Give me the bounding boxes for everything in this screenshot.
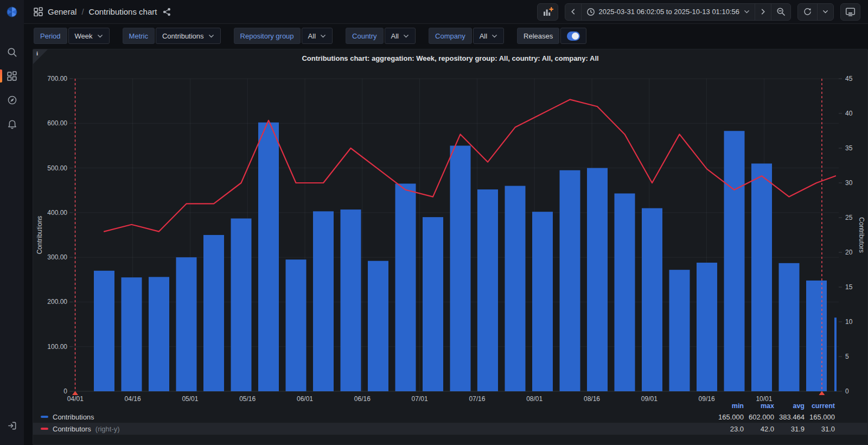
filter-value-dropdown[interactable]: Contributions (156, 28, 221, 44)
legend-stat-value: 31.9 (774, 425, 805, 433)
axis-tick-label: 20 (845, 249, 853, 256)
axis-tick-label: 400.00 (47, 209, 67, 217)
filter-country: CountryAll (346, 28, 416, 44)
search-icon (7, 47, 17, 58)
legend-row-contributions: Contributions165.000602.000383.464165.00… (33, 411, 867, 423)
axis-tick-label: 15 (845, 283, 853, 291)
filter-label[interactable]: Company (429, 28, 472, 44)
breadcrumb: General / Contributions chart (34, 7, 171, 16)
bar-contributions[interactable] (779, 263, 800, 391)
kiosk-tv-button[interactable] (840, 3, 860, 21)
bar-contributions[interactable] (615, 193, 635, 391)
filter-label[interactable]: Period (34, 28, 67, 44)
add-panel-button[interactable] (537, 3, 558, 21)
releases-toggle[interactable] (560, 28, 586, 44)
bar-contributions[interactable] (203, 235, 224, 391)
legend-stat-value: 383.464 (774, 413, 805, 421)
bar-contributions[interactable] (806, 281, 827, 391)
annotation-marker-icon[interactable] (819, 391, 825, 396)
releases-control: Releases (517, 28, 586, 44)
chevron-down-icon (492, 33, 497, 41)
legend-stat-header[interactable]: min (713, 402, 744, 410)
bar-contributions[interactable] (122, 277, 142, 391)
axis-tick-label: 600.00 (47, 119, 67, 127)
sidebar-item-search[interactable] (0, 40, 24, 64)
bar-contributions[interactable] (94, 271, 114, 391)
dashboard-variables-bar: PeriodWeekMetricContributionsRepository … (34, 28, 586, 44)
chevron-down-icon (97, 33, 103, 41)
legend-stat-value: 31.0 (805, 425, 835, 433)
bar-contributions[interactable] (724, 131, 745, 391)
series-name: Contributions (53, 413, 94, 421)
bar-contributions[interactable] (368, 261, 388, 391)
bar-contributions[interactable] (341, 209, 361, 391)
filter-label[interactable]: Metric (123, 28, 155, 44)
right-axis-title: Contributors (858, 217, 865, 252)
bar-contributions[interactable] (587, 168, 608, 391)
bar-contributions[interactable] (532, 212, 553, 391)
bar-contributions[interactable] (231, 219, 252, 391)
toggle-on-icon (567, 31, 580, 41)
bar-contributions[interactable] (395, 183, 416, 391)
filter-company: CompanyAll (429, 28, 504, 44)
grafana-logo-icon (6, 6, 18, 18)
bar-contributions[interactable] (149, 277, 169, 391)
legend-series-toggle[interactable]: Contributors(right-y) (33, 425, 713, 433)
filter-value-dropdown[interactable]: All (302, 28, 333, 44)
bar-contributions[interactable] (751, 163, 772, 391)
bar-contributions[interactable] (286, 259, 307, 391)
time-shift-forward-button[interactable] (755, 4, 771, 20)
dashboards-icon (7, 71, 17, 81)
refresh-interval-dropdown[interactable] (818, 4, 833, 20)
refresh-group (797, 3, 834, 21)
zoom-out-button[interactable] (771, 4, 790, 20)
axis-tick-label: 5 (845, 353, 849, 360)
time-range-picker[interactable]: 2025-03-31 06:02:05 to 2025-10-13 01:10:… (582, 4, 756, 20)
legend-stat-value: 42.0 (744, 425, 774, 433)
time-shift-back-button[interactable] (565, 4, 582, 20)
breadcrumb-section[interactable]: General (48, 7, 76, 16)
bar-contributions[interactable] (313, 211, 334, 391)
share-icon[interactable] (163, 8, 171, 16)
bar-contributions[interactable] (834, 317, 837, 391)
releases-label: Releases (517, 28, 559, 44)
annotation-marker-icon[interactable] (72, 391, 78, 396)
chart-panel: i Contributions chart: aggregation: Week… (33, 49, 868, 445)
filter-label[interactable]: Repository group (234, 28, 301, 44)
sidebar-item-sign-in[interactable] (0, 414, 24, 437)
series-name: Contributors (53, 425, 91, 433)
bar-contributions[interactable] (642, 208, 662, 391)
filter-value-dropdown[interactable]: All (473, 28, 504, 44)
bar-contributions[interactable] (258, 123, 279, 391)
bar-contributions[interactable] (560, 170, 580, 391)
explore-icon (7, 95, 17, 105)
bar-contributions[interactable] (450, 145, 471, 391)
sidebar-item-dashboards[interactable] (0, 64, 24, 88)
bar-contributions[interactable] (669, 270, 690, 391)
bar-contributions[interactable] (505, 186, 526, 391)
legend-stat-value: 165.000 (713, 413, 744, 421)
grafana-logo[interactable] (0, 0, 24, 24)
bar-contributions[interactable] (423, 217, 443, 391)
legend-stat-header[interactable]: avg (774, 402, 805, 410)
refresh-button[interactable] (798, 4, 818, 20)
legend-series-toggle[interactable]: Contributions (33, 413, 713, 421)
sidebar-nav (0, 24, 24, 445)
filter-value-dropdown[interactable]: Week (68, 28, 110, 44)
legend-row-contributors: Contributors(right-y)23.042.031.931.0 (33, 423, 867, 435)
panel-title: Contributions chart: aggregation: Week, … (33, 54, 867, 62)
sidebar-item-alerting[interactable] (0, 112, 24, 136)
legend-stat-header[interactable]: current (805, 402, 835, 410)
filter-value-dropdown[interactable]: All (385, 28, 416, 44)
sidebar-item-explore[interactable] (0, 88, 24, 112)
contributions-chart[interactable]: 0100.00200.00300.00400.00500.00600.00700… (34, 65, 865, 402)
bar-contributions[interactable] (176, 257, 197, 391)
legend-stat-header[interactable]: max (744, 402, 774, 410)
chevron-down-icon (744, 9, 750, 15)
filter-label[interactable]: Country (346, 28, 384, 44)
bar-contributions[interactable] (477, 189, 498, 391)
legend-stat-value: 23.0 (713, 425, 744, 433)
axis-tick-label: 25 (845, 214, 853, 221)
chart-legend: minmaxavgcurrentContributions165.000602.… (33, 401, 867, 435)
bar-contributions[interactable] (697, 263, 717, 391)
